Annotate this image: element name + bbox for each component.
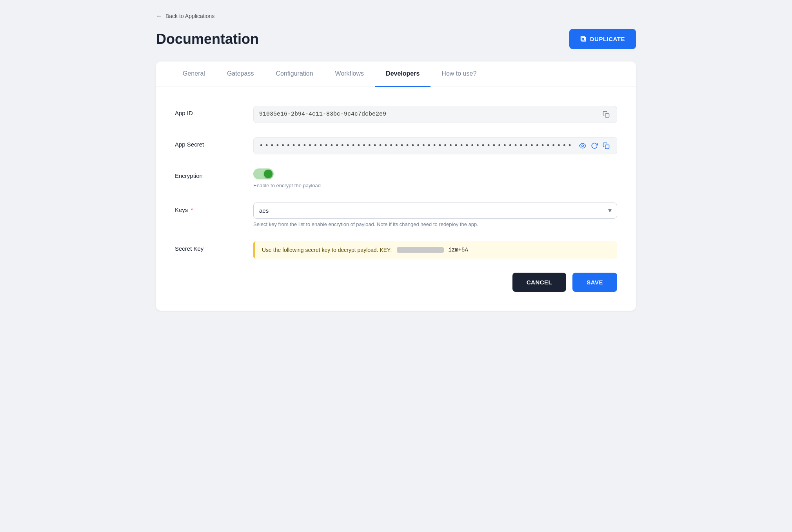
app-id-row: App ID 91035e16-2b94-4c11-83bc-9c4c7dcbe… xyxy=(175,106,617,123)
encryption-toggle[interactable] xyxy=(253,168,274,179)
tab-bar: General Gatepass Configuration Workflows… xyxy=(156,62,636,87)
app-secret-dots: ••••••••••••••••••••••••••••••••••••••••… xyxy=(259,142,574,150)
app-id-field: 91035e16-2b94-4c11-83bc-9c4c7dcbe2e9 xyxy=(253,106,617,123)
app-secret-control: ••••••••••••••••••••••••••••••••••••••••… xyxy=(253,137,617,154)
secret-icon-group xyxy=(578,141,611,150)
keys-row: Keys * aes rsa des ▾ Select key from the… xyxy=(175,203,617,227)
secret-key-row: Secret Key Use the following secret key … xyxy=(175,241,617,259)
app-secret-field: ••••••••••••••••••••••••••••••••••••••••… xyxy=(253,137,617,154)
app-id-copy-button[interactable] xyxy=(601,110,611,119)
page-title: Documentation xyxy=(156,31,259,47)
tab-developers[interactable]: Developers xyxy=(375,62,431,87)
back-link-label: Back to Applications xyxy=(165,13,214,19)
secret-key-suffix: izm+5A xyxy=(449,247,468,253)
encryption-row: Encryption Enable to encrypt the payload xyxy=(175,168,617,188)
encryption-label: Encryption xyxy=(175,168,253,179)
copy-secret-button[interactable] xyxy=(601,141,611,150)
secret-key-box: Use the following secret key to decrypt … xyxy=(253,241,617,259)
app-id-label: App ID xyxy=(175,106,253,116)
page-header: Documentation ⧉ DUPLICATE xyxy=(156,29,636,49)
keys-label: Keys * xyxy=(175,203,253,213)
app-id-value: 91035e16-2b94-4c11-83bc-9c4c7dcbe2e9 xyxy=(259,111,598,118)
secret-key-label: Secret Key xyxy=(175,241,253,252)
show-secret-button[interactable] xyxy=(578,141,588,150)
duplicate-icon: ⧉ xyxy=(580,34,586,43)
save-button[interactable]: SAVE xyxy=(572,273,617,292)
back-arrow-icon: ← xyxy=(156,13,162,20)
refresh-secret-button[interactable] xyxy=(589,141,599,150)
keys-select-wrap: aes rsa des ▾ xyxy=(253,203,617,219)
keys-hint: Select key from the list to enable encry… xyxy=(253,221,617,227)
app-secret-row: App Secret •••••••••••••••••••••••••••••… xyxy=(175,137,617,154)
main-card: General Gatepass Configuration Workflows… xyxy=(156,62,636,311)
duplicate-button[interactable]: ⧉ DUPLICATE xyxy=(569,29,636,49)
tab-how-to-use[interactable]: How to use? xyxy=(431,62,487,87)
developers-tab-content: App ID 91035e16-2b94-4c11-83bc-9c4c7dcbe… xyxy=(156,87,636,311)
svg-point-1 xyxy=(582,145,584,147)
keys-select[interactable]: aes rsa des xyxy=(253,203,617,219)
encryption-inner: Enable to encrypt the payload xyxy=(253,168,617,188)
back-to-applications-link[interactable]: ← Back to Applications xyxy=(156,13,214,20)
svg-rect-0 xyxy=(605,113,609,117)
tab-configuration[interactable]: Configuration xyxy=(265,62,324,87)
tab-general[interactable]: General xyxy=(172,62,216,87)
encryption-control: Enable to encrypt the payload xyxy=(253,168,617,188)
secret-key-info-text: Use the following secret key to decrypt … xyxy=(262,247,392,253)
secret-key-blurred xyxy=(397,247,444,253)
svg-rect-2 xyxy=(605,145,609,148)
toggle-slider xyxy=(253,168,274,179)
tab-gatepass[interactable]: Gatepass xyxy=(216,62,265,87)
app-id-control: 91035e16-2b94-4c11-83bc-9c4c7dcbe2e9 xyxy=(253,106,617,123)
encryption-toggle-wrap xyxy=(253,168,617,179)
secret-key-control: Use the following secret key to decrypt … xyxy=(253,241,617,259)
cancel-button[interactable]: CANCEL xyxy=(512,273,567,292)
tab-workflows[interactable]: Workflows xyxy=(324,62,375,87)
keys-required-star: * xyxy=(189,206,193,213)
encryption-hint: Enable to encrypt the payload xyxy=(253,183,617,188)
form-actions: CANCEL SAVE xyxy=(175,273,617,292)
app-secret-label: App Secret xyxy=(175,137,253,148)
keys-control: aes rsa des ▾ Select key from the list t… xyxy=(253,203,617,227)
duplicate-button-label: DUPLICATE xyxy=(590,36,625,42)
